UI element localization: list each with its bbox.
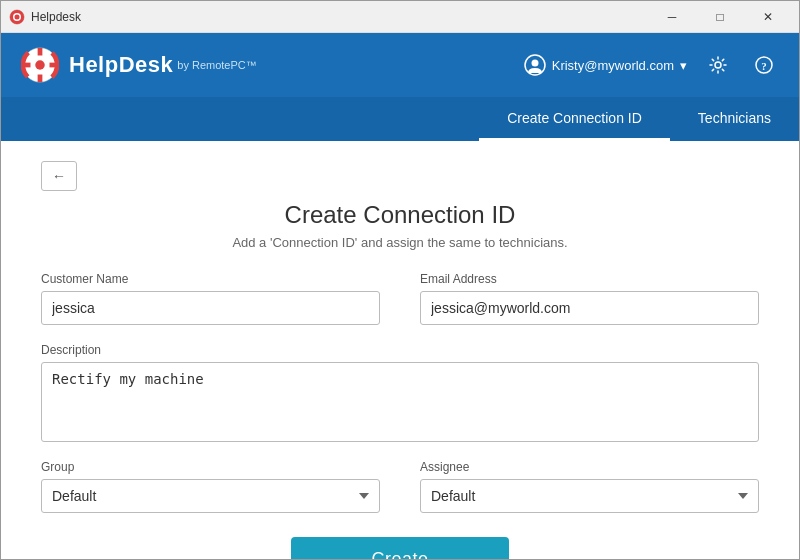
assignee-select[interactable]: Default Assignee 1 Assignee 2	[420, 479, 759, 513]
user-email: Kristy@myworld.com	[552, 58, 674, 73]
maximize-button[interactable]: □	[697, 1, 743, 33]
nav-item-technicians[interactable]: Technicians	[670, 97, 799, 141]
nav-item-create-connection[interactable]: Create Connection ID	[479, 97, 670, 141]
customer-name-input[interactable]	[41, 291, 380, 325]
description-group: Description Rectify my machine	[41, 343, 759, 442]
email-group: Email Address	[420, 272, 759, 325]
group-group: Group Default Group 1 Group 2	[41, 460, 380, 513]
content-area: ← Create Connection ID Add a 'Connection…	[1, 141, 799, 560]
back-button[interactable]: ←	[41, 161, 77, 191]
help-icon: ?	[755, 56, 773, 74]
helpdesk-logo-icon	[21, 46, 59, 84]
back-arrow-icon: ←	[52, 168, 66, 184]
title-bar: Helpdesk ─ □ ✕	[1, 1, 799, 33]
create-btn-row: Create	[41, 537, 759, 560]
customer-name-group: Customer Name	[41, 272, 380, 325]
svg-point-6	[35, 60, 45, 70]
create-button[interactable]: Create	[291, 537, 508, 560]
gear-icon	[709, 56, 727, 74]
page-title: Create Connection ID	[41, 201, 759, 229]
logo-text: HelpDesk	[69, 52, 173, 78]
svg-point-13	[715, 62, 721, 68]
app-icon	[9, 9, 25, 25]
svg-point-12	[531, 60, 538, 67]
app-header: HelpDesk by RemotePC™ Kristy@myworld.com…	[1, 33, 799, 97]
user-icon	[524, 54, 546, 76]
close-button[interactable]: ✕	[745, 1, 791, 33]
svg-text:?: ?	[761, 60, 767, 72]
svg-point-2	[15, 14, 20, 19]
logo-area: HelpDesk by RemotePC™	[21, 46, 524, 84]
minimize-button[interactable]: ─	[649, 1, 695, 33]
group-select[interactable]: Default Group 1 Group 2	[41, 479, 380, 513]
group-label: Group	[41, 460, 380, 474]
logo-sub-text: by RemotePC™	[177, 59, 256, 71]
page-subtitle: Add a 'Connection ID' and assign the sam…	[41, 235, 759, 250]
form-row-1: Customer Name Email Address	[41, 272, 759, 325]
email-label: Email Address	[420, 272, 759, 286]
description-input[interactable]: Rectify my machine	[41, 362, 759, 442]
header-right: Kristy@myworld.com ▾ ?	[524, 50, 779, 80]
window-title: Helpdesk	[31, 10, 649, 24]
user-menu[interactable]: Kristy@myworld.com ▾	[524, 54, 687, 76]
nav-bar: Create Connection ID Technicians	[1, 97, 799, 141]
assignee-group: Assignee Default Assignee 1 Assignee 2	[420, 460, 759, 513]
help-button[interactable]: ?	[749, 50, 779, 80]
user-dropdown-icon: ▾	[680, 58, 687, 73]
form-row-2: Description Rectify my machine	[41, 343, 759, 442]
settings-button[interactable]	[703, 50, 733, 80]
window-controls: ─ □ ✕	[649, 1, 791, 33]
customer-name-label: Customer Name	[41, 272, 380, 286]
description-label: Description	[41, 343, 759, 357]
form-row-3: Group Default Group 1 Group 2 Assignee D…	[41, 460, 759, 513]
email-input[interactable]	[420, 291, 759, 325]
assignee-label: Assignee	[420, 460, 759, 474]
